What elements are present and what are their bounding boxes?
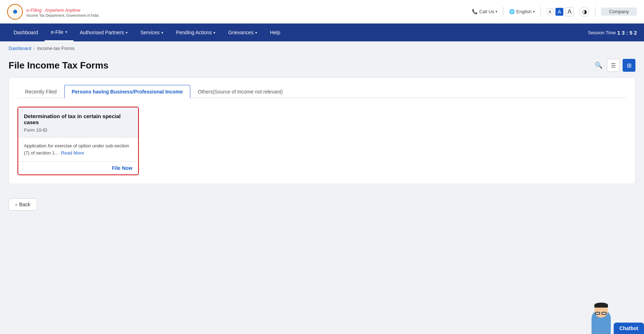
user-box: Company — [601, 7, 637, 16]
back-button[interactable]: ‹ Back — [9, 198, 37, 211]
file-now-button[interactable]: File Now — [112, 165, 132, 171]
form-card-1-body: Application for exercise of option under… — [18, 137, 138, 162]
back-icon: ‹ — [15, 202, 17, 207]
session-time: Session Time 1 3 : 5 2 — [588, 30, 637, 36]
search-icon: 🔍 — [595, 62, 603, 69]
header-right: 📞 Call Us ▾ 🌐 English ▾ A A A ◑ Company — [472, 7, 637, 17]
main-content: Recently Filed Persons having Business/P… — [0, 77, 644, 193]
pending-caret-icon: ▾ — [213, 31, 215, 35]
emblem-logo: 🔵 — [7, 4, 23, 20]
list-icon: ☰ — [611, 62, 616, 69]
top-header: 🔵 e-Filing Anywhere Anytime Income Tax D… — [0, 0, 644, 24]
search-button[interactable]: 🔍 — [593, 60, 604, 71]
phone-icon: 📞 — [472, 9, 478, 14]
session-value: 1 3 : 5 2 — [617, 30, 637, 36]
logo-area: 🔵 e-Filing Anywhere Anytime Income Tax D… — [7, 4, 99, 20]
grid-view-button[interactable]: ⊞ — [623, 59, 635, 72]
back-label: Back — [19, 202, 30, 207]
nav-item-efile[interactable]: e-File ▾ — [45, 24, 74, 41]
call-us-label: Call Us — [479, 9, 494, 14]
lang-caret-icon: ▾ — [533, 10, 535, 14]
form-card-1-top: Determination of tax in certain special … — [18, 107, 138, 137]
read-more-link[interactable]: Read More — [61, 150, 84, 156]
divider-2 — [540, 7, 541, 17]
nav-label-dashboard: Dashboard — [14, 30, 38, 35]
grid-icon: ⊞ — [627, 62, 632, 69]
breadcrumb: Dashboard › Income-tax Forms — [0, 41, 644, 55]
view-controls: 🔍 ☰ ⊞ — [593, 59, 635, 72]
font-size-controls: A A A — [547, 7, 574, 16]
list-view-button[interactable]: ☰ — [607, 59, 620, 72]
font-small-button[interactable]: A — [547, 9, 553, 15]
form-card-1-title: Determination of tax in certain special … — [24, 113, 132, 125]
contrast-icon: ◑ — [582, 9, 587, 15]
efile-caret-icon: ▾ — [65, 30, 67, 34]
nav-label-services: Services — [140, 30, 160, 35]
language-button[interactable]: 🌐 English ▾ — [509, 9, 535, 14]
efiling-label: e-Filing — [26, 7, 42, 13]
back-row: ‹ Back — [0, 193, 644, 216]
tab-others-label: Others(Source of Income not relevant) — [198, 89, 283, 95]
form-card-1-id: Form 10-ID — [24, 127, 132, 133]
grievances-caret-icon: ▾ — [255, 31, 257, 35]
form-cards-grid: Determination of tax in certain special … — [17, 107, 627, 175]
tab-recently-filed-label: Recently Filed — [25, 89, 57, 95]
page-title-row: File Income Tax Forms 🔍 ☰ ⊞ — [0, 55, 644, 77]
call-us-button[interactable]: 📞 Call Us ▾ — [472, 9, 497, 14]
breadcrumb-home-link[interactable]: Dashboard — [9, 46, 31, 51]
font-medium-button[interactable]: A — [555, 8, 563, 16]
nav-label-help: Help — [270, 30, 280, 35]
nav-item-pending-actions[interactable]: Pending Actions ▾ — [170, 24, 222, 41]
session-label: Session Time — [588, 30, 616, 35]
tab-business-professional[interactable]: Persons having Business/Professional Inc… — [64, 85, 190, 98]
breadcrumb-current: Income-tax Forms — [37, 46, 75, 51]
form-card-1-footer: File Now — [18, 162, 138, 174]
nav-label-pending-actions: Pending Actions — [176, 30, 212, 35]
auth-partners-caret-icon: ▾ — [126, 31, 127, 35]
breadcrumb-separator: › — [34, 46, 35, 51]
tab-recently-filed[interactable]: Recently Filed — [17, 85, 64, 98]
tabs: Recently Filed Persons having Business/P… — [17, 85, 627, 98]
tab-others[interactable]: Others(Source of Income not relevant) — [190, 85, 290, 98]
nav-item-grievances[interactable]: Grievances ▾ — [222, 24, 263, 41]
card-container: Recently Filed Persons having Business/P… — [9, 77, 635, 184]
nav-item-dashboard[interactable]: Dashboard — [7, 24, 45, 41]
logo-efiling-text: e-Filing Anywhere Anytime — [26, 6, 99, 14]
language-label: English — [516, 9, 532, 14]
nav-label-grievances: Grievances — [228, 30, 253, 35]
page-title: File Income Tax Forms — [9, 60, 109, 71]
nav-item-authorised-partners[interactable]: Authorised Partners ▾ — [74, 24, 134, 41]
main-nav: Dashboard e-File ▾ Authorised Partners ▾… — [0, 24, 644, 41]
divider-3 — [595, 7, 595, 17]
globe-icon: 🌐 — [509, 9, 515, 14]
nav-label-authorised-partners: Authorised Partners — [80, 30, 124, 35]
font-large-button[interactable]: A — [565, 7, 574, 16]
efiling-tagline: Anywhere Anytime — [45, 8, 81, 13]
form-card-1: Determination of tax in certain special … — [17, 107, 139, 175]
logo-subtitle: Income Tax Department, Government of Ind… — [26, 14, 99, 17]
nav-label-efile: e-File — [51, 29, 64, 35]
nav-item-services[interactable]: Services ▾ — [134, 24, 170, 41]
tab-business-professional-label: Persons having Business/Professional Inc… — [72, 89, 183, 95]
nav-item-help[interactable]: Help — [263, 24, 287, 41]
user-label: Company — [609, 9, 629, 14]
contrast-button[interactable]: ◑ — [579, 7, 589, 17]
divider-1 — [503, 7, 503, 17]
services-caret-icon: ▾ — [161, 31, 163, 35]
call-caret-icon: ▾ — [495, 10, 497, 14]
logo-text: e-Filing Anywhere Anytime Income Tax Dep… — [26, 6, 99, 17]
